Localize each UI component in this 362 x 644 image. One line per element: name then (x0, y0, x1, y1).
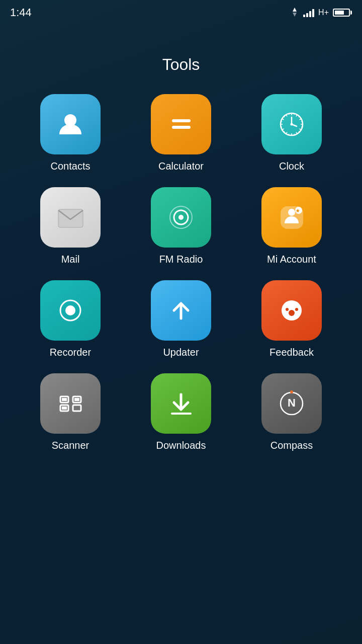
svg-rect-3 (172, 119, 191, 122)
app-icon-contacts (40, 94, 101, 154)
app-item-feedback[interactable]: Feedback (241, 280, 342, 358)
svg-line-27 (284, 116, 284, 117)
svg-point-42 (65, 305, 75, 315)
app-icon-miaccount: ★ (261, 187, 322, 248)
signal-strength-icon (303, 8, 314, 17)
svg-line-14 (299, 129, 301, 130)
app-icon-recorder (40, 280, 101, 341)
svg-rect-33 (58, 209, 83, 227)
svg-text:N: N (288, 396, 296, 409)
app-item-downloads[interactable]: Downloads (131, 373, 231, 451)
app-icon-fmradio (151, 187, 211, 248)
svg-rect-51 (73, 405, 81, 411)
app-icon-clock (261, 94, 322, 154)
svg-point-45 (286, 308, 289, 311)
svg-point-38 (288, 209, 295, 216)
svg-marker-0 (293, 8, 297, 12)
status-bar: 1:44 H+ (0, 0, 362, 25)
svg-line-25 (281, 121, 282, 122)
app-icon-updater (151, 280, 211, 341)
app-label-mail: Mail (61, 254, 80, 265)
svg-line-9 (299, 116, 299, 117)
svg-text:★: ★ (296, 208, 300, 213)
app-item-scanner[interactable]: Scanner (20, 373, 121, 451)
app-item-fmradio[interactable]: FM Radio (131, 187, 231, 265)
svg-line-26 (282, 119, 283, 120)
page-title: Tools (0, 55, 362, 74)
app-label-clock: Clock (279, 160, 304, 172)
svg-line-29 (289, 113, 289, 114)
svg-rect-4 (172, 126, 191, 129)
svg-line-13 (301, 127, 302, 127)
app-label-calculator: Calculator (158, 160, 204, 172)
svg-line-16 (296, 132, 297, 133)
app-label-scanner: Scanner (52, 440, 89, 451)
app-icon-calculator (151, 94, 211, 154)
app-icon-compass: N (261, 373, 322, 434)
svg-line-20 (286, 132, 287, 133)
status-icons: H+ (290, 7, 352, 19)
app-icon-downloads (151, 373, 211, 434)
app-item-clock[interactable]: Clock (241, 94, 342, 172)
app-label-updater: Updater (163, 347, 199, 358)
svg-point-59 (290, 390, 293, 393)
app-grid: Contacts Calculator Clock Mail FM Radio (0, 94, 362, 451)
app-item-miaccount[interactable]: ★ Mi Account (241, 187, 342, 265)
svg-marker-1 (293, 13, 297, 17)
app-item-updater[interactable]: Updater (131, 280, 231, 358)
svg-rect-53 (74, 398, 79, 401)
svg-point-46 (289, 310, 295, 316)
network-type-label: H+ (318, 8, 329, 17)
app-label-contacts: Contacts (51, 160, 90, 172)
svg-point-47 (295, 308, 298, 311)
svg-line-22 (282, 129, 283, 130)
app-icon-scanner (40, 373, 101, 434)
app-label-fmradio: FM Radio (159, 254, 203, 265)
svg-line-10 (299, 119, 301, 120)
svg-line-23 (281, 127, 282, 127)
svg-point-36 (178, 215, 184, 220)
data-transfer-icon (290, 7, 299, 19)
app-label-downloads: Downloads (156, 440, 206, 451)
battery-icon (333, 9, 352, 17)
app-item-calculator[interactable]: Calculator (131, 94, 231, 172)
app-label-recorder: Recorder (50, 347, 91, 358)
svg-line-8 (296, 114, 297, 116)
svg-line-28 (286, 114, 287, 116)
app-icon-feedback (261, 280, 322, 341)
app-label-compass: Compass (270, 440, 313, 451)
app-icon-mail (40, 187, 101, 248)
svg-rect-52 (62, 398, 67, 401)
svg-line-21 (284, 131, 284, 132)
svg-line-15 (299, 131, 299, 132)
svg-line-7 (294, 113, 295, 114)
app-item-contacts[interactable]: Contacts (20, 94, 121, 172)
svg-point-32 (290, 123, 293, 125)
app-item-compass[interactable]: N Compass (241, 373, 342, 451)
svg-rect-54 (62, 407, 67, 410)
app-label-feedback: Feedback (269, 347, 314, 358)
svg-line-19 (289, 134, 289, 135)
svg-line-11 (301, 121, 302, 122)
status-time: 1:44 (10, 6, 32, 19)
svg-line-17 (294, 134, 295, 135)
app-item-recorder[interactable]: Recorder (20, 280, 121, 358)
app-item-mail[interactable]: Mail (20, 187, 121, 265)
app-label-miaccount: Mi Account (267, 254, 316, 265)
